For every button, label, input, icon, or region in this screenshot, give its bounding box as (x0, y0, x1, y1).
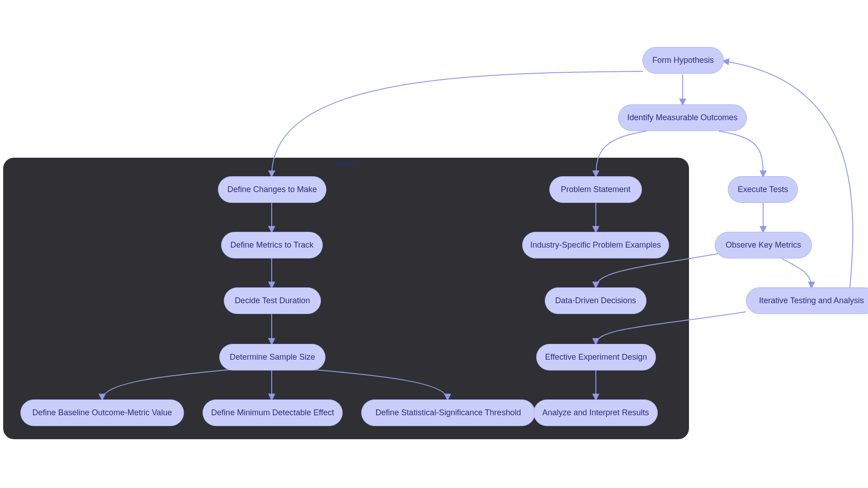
node-data-driven[interactable]: Data-Driven Decisions (545, 287, 646, 314)
node-determine-sample[interactable]: Determine Sample Size (219, 344, 326, 371)
node-statsig[interactable]: Define Statistical-Significance Threshol… (361, 399, 535, 426)
node-define-metrics[interactable]: Define Metrics to Track (221, 232, 323, 258)
node-baseline[interactable]: Define Baseline Outcome-Metric Value (20, 399, 184, 426)
node-identify-measurable[interactable]: Identify Measurable Outcomes (618, 104, 747, 131)
details-panel-label: Details (335, 160, 358, 168)
node-effective-design[interactable]: Effective Experiment Design (536, 344, 656, 371)
node-mde[interactable]: Define Minimum Detectable Effect (203, 399, 343, 426)
node-problem-statement[interactable]: Problem Statement (549, 176, 642, 203)
edge-observe-to-iterative (778, 256, 811, 287)
node-analyze-results[interactable]: Analyze and Interpret Results (533, 399, 658, 426)
node-form-hypothesis[interactable]: Form Hypothesis (642, 47, 724, 74)
node-industry-examples[interactable]: Industry-Specific Problem Examples (522, 232, 669, 258)
node-iterative[interactable]: Iterative Testing and Analysis (746, 287, 868, 314)
edge-identify-to-execute (719, 131, 763, 176)
node-execute-tests[interactable]: Execute Tests (728, 176, 798, 203)
node-decide-duration[interactable]: Decide Test Duration (224, 287, 321, 314)
node-observe-metrics[interactable]: Observe Key Metrics (715, 232, 812, 258)
flowchart-canvas: Details (0, 0, 868, 488)
node-define-changes[interactable]: Define Changes to Make (218, 176, 326, 203)
